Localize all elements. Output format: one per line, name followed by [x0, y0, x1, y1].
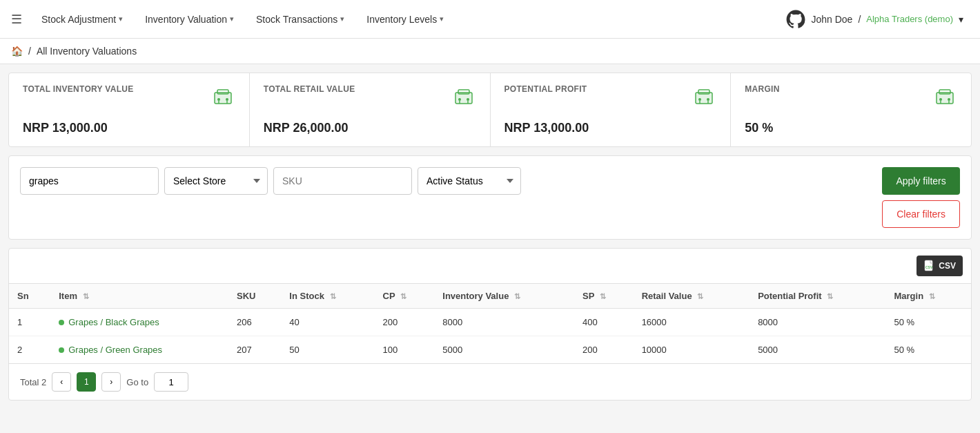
cell-retail-value: 16000 — [634, 309, 749, 336]
csv-export-button[interactable]: CSV CSV — [917, 256, 963, 276]
menu-icon[interactable]: ☰ — [11, 12, 22, 27]
sku-input[interactable] — [273, 167, 412, 195]
svg-point-17 — [698, 98, 701, 101]
status-dot — [59, 347, 64, 353]
user-chevron-icon: ▾ — [959, 14, 963, 25]
nav-inventory-levels[interactable]: Inventory Levels ▾ — [358, 8, 452, 30]
user-separator: / — [858, 14, 861, 25]
item-link[interactable]: Grapes / Black Grapes — [59, 317, 220, 327]
breadcrumb-home-icon[interactable]: 🏠 — [11, 46, 23, 57]
cell-sku: 207 — [228, 336, 281, 364]
svg-text:CSV: CSV — [925, 265, 933, 269]
status-select[interactable]: Active Status Active Inactive — [418, 167, 521, 195]
breadcrumb: 🏠 / All Inventory Valuations — [0, 39, 980, 64]
total-count: Total 2 — [20, 377, 46, 387]
cell-margin: 50 % — [885, 336, 971, 364]
github-icon — [786, 10, 805, 29]
cell-inventory-value: 8000 — [434, 309, 574, 336]
col-item[interactable]: Item ⇅ — [50, 284, 228, 309]
user-menu[interactable]: John Doe / Alpha Traders (demo) ▾ — [781, 7, 969, 32]
sort-icon: ⇅ — [330, 292, 336, 300]
cell-in-stock: 40 — [281, 309, 374, 336]
sort-icon: ⇅ — [600, 292, 606, 300]
user-name: John Doe — [811, 14, 852, 25]
svg-point-25 — [948, 98, 950, 101]
cell-item: Grapes / Black Grapes — [50, 309, 228, 336]
cell-cp: 100 — [375, 336, 435, 364]
nav-stock-adjustment[interactable]: Stock Adjustment ▾ — [33, 8, 131, 30]
card-total-retail-title: TOTAL RETAIL VALUE — [264, 84, 355, 94]
apply-filters-button[interactable]: Apply filters — [882, 167, 960, 195]
next-page-button[interactable]: › — [101, 372, 121, 392]
col-margin[interactable]: Margin ⇅ — [885, 284, 971, 309]
cell-sp: 200 — [574, 336, 634, 364]
col-sp[interactable]: SP ⇅ — [574, 284, 634, 309]
card-potential-profit-title: POTENTIAL PROFIT — [504, 84, 587, 94]
sort-icon: ⇅ — [827, 292, 833, 300]
breadcrumb-separator: / — [28, 46, 31, 57]
cell-sn: 2 — [9, 336, 50, 364]
svg-point-10 — [458, 98, 461, 101]
table-row: 1 Grapes / Black Grapes 206 40 200 8000 … — [9, 309, 971, 336]
pagination: Total 2 ‹ 1 › Go to — [9, 363, 971, 400]
svg-point-24 — [939, 98, 942, 101]
card-total-retail-value: NRP 26,000.00 — [264, 121, 476, 135]
card-margin-value: 50 % — [745, 121, 957, 135]
svg-point-4 — [226, 98, 228, 101]
search-input[interactable] — [20, 167, 159, 195]
cell-potential-profit: 5000 — [749, 336, 885, 364]
prev-page-button[interactable]: ‹ — [52, 372, 71, 392]
cell-sp: 400 — [574, 309, 634, 336]
cell-margin: 50 % — [885, 309, 971, 336]
user-org: Alpha Traders (demo) — [866, 14, 953, 24]
sort-icon: ⇅ — [514, 292, 520, 300]
filter-inputs-group: Select Store Active Status Active Inacti… — [20, 167, 876, 195]
cell-in-stock: 50 — [281, 336, 374, 364]
cell-sku: 206 — [228, 309, 281, 336]
card-potential-profit: POTENTIAL PROFIT NRP 13,000.00 — [491, 73, 732, 146]
card-margin-title: MARGIN — [745, 84, 779, 94]
sort-icon: ⇅ — [83, 292, 89, 300]
breadcrumb-current: All Inventory Valuations — [37, 46, 137, 57]
table-row: 2 Grapes / Green Grapes 207 50 100 5000 … — [9, 336, 971, 364]
summary-cards: TOTAL INVENTORY VALUE NRP 13,000.00 TOTA… — [8, 73, 972, 147]
card-margin: MARGIN 50 % — [731, 73, 971, 146]
card-total-inventory-value: NRP 13,000.00 — [23, 121, 235, 135]
col-in-stock[interactable]: In Stock ⇅ — [281, 284, 374, 309]
table-toolbar: CSV CSV — [9, 249, 971, 284]
chevron-down-icon: ▾ — [230, 15, 234, 23]
filter-actions: Apply filters Clear filters — [882, 167, 960, 228]
col-inventory-value[interactable]: Inventory Value ⇅ — [434, 284, 574, 309]
svg-point-18 — [707, 98, 709, 101]
col-sn: Sn — [9, 284, 50, 309]
goto-label: Go to — [126, 377, 148, 387]
cell-item: Grapes / Green Grapes — [50, 336, 228, 364]
col-retail-value[interactable]: Retail Value ⇅ — [634, 284, 749, 309]
filters-section: Select Store Active Status Active Inacti… — [8, 155, 972, 240]
goto-input[interactable] — [154, 372, 188, 392]
top-navigation: ☰ Stock Adjustment ▾ Inventory Valuation… — [0, 0, 980, 39]
inventory-table-section: CSV CSV Sn Item ⇅ SKU In Stock ⇅ CP ⇅ In… — [8, 248, 972, 401]
cell-inventory-value: 5000 — [434, 336, 574, 364]
card-total-inventory-title: TOTAL INVENTORY VALUE — [23, 84, 134, 94]
cell-cp: 200 — [375, 309, 435, 336]
chevron-down-icon: ▾ — [119, 15, 123, 23]
chevron-down-icon: ▾ — [340, 15, 344, 23]
col-potential-profit[interactable]: Potential Profit ⇅ — [749, 284, 885, 309]
nav-stock-transactions[interactable]: Stock Transactions ▾ — [248, 8, 353, 30]
page-1-button[interactable]: 1 — [77, 372, 96, 392]
nav-inventory-valuation[interactable]: Inventory Valuation ▾ — [137, 8, 242, 30]
inventory-table: Sn Item ⇅ SKU In Stock ⇅ CP ⇅ Inventory … — [9, 284, 971, 363]
item-link[interactable]: Grapes / Green Grapes — [59, 345, 220, 355]
col-cp[interactable]: CP ⇅ — [375, 284, 435, 309]
sort-icon: ⇅ — [929, 292, 935, 300]
card-total-retail: TOTAL RETAIL VALUE NRP 26,000.00 — [250, 73, 491, 146]
cell-potential-profit: 8000 — [749, 309, 885, 336]
chevron-down-icon: ▾ — [440, 15, 444, 23]
margin-icon — [932, 84, 957, 114]
clear-filters-button[interactable]: Clear filters — [882, 200, 960, 228]
svg-point-11 — [467, 98, 469, 101]
profit-icon — [692, 84, 716, 114]
store-select[interactable]: Select Store — [164, 167, 268, 195]
card-potential-profit-value: NRP 13,000.00 — [504, 121, 717, 135]
